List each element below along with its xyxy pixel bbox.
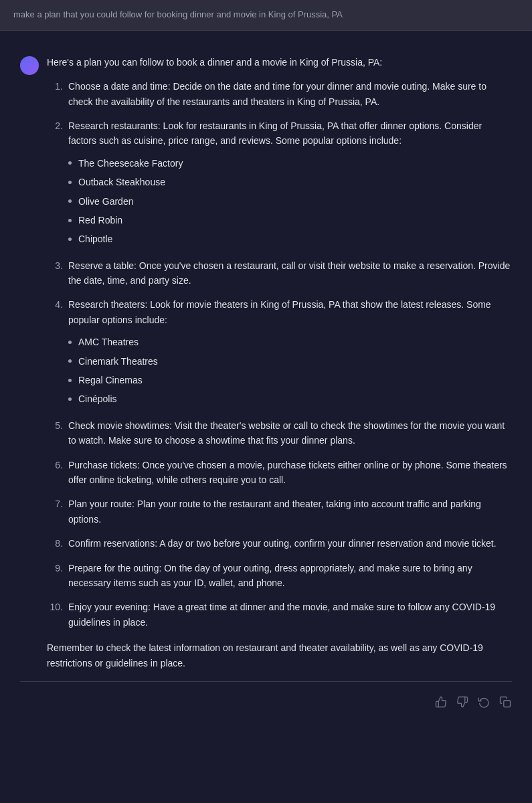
- thumbs-down-icon[interactable]: [456, 695, 469, 709]
- bullet-list: AMC TheatresCinemark TheatresRegal Cinem…: [68, 333, 512, 409]
- bullet-dot-icon: [68, 219, 72, 222]
- bullet-item: Cinemark Theatres: [68, 352, 512, 371]
- bullet-item: Outback Steakhouse: [68, 173, 512, 191]
- step-number: 7.: [47, 497, 63, 527]
- refresh-icon[interactable]: [477, 695, 491, 709]
- top-bar: make a plan that you could follow for bo…: [0, 0, 532, 31]
- step-text: Choose a date and time: Decide on the da…: [68, 79, 512, 109]
- footer-note: Remember to check the latest information…: [47, 640, 512, 671]
- step-number: 8.: [47, 536, 63, 551]
- bullet-dot-icon: [68, 397, 72, 401]
- step-number: 4.: [47, 297, 63, 408]
- bullet-item: Regal Cinemas: [68, 371, 512, 389]
- step-number: 6.: [47, 458, 63, 488]
- bullet-text: Cinemark Theatres: [78, 354, 158, 369]
- list-item-5: 5.Check movie showtimes: Visit the theat…: [47, 418, 512, 448]
- step-text: Research restaurants: Look for restauran…: [68, 118, 512, 249]
- main-container: Here's a plan you can follow to book a d…: [0, 31, 532, 730]
- bullet-item: The Cheesecake Factory: [68, 154, 512, 173]
- bullet-dot-icon: [68, 379, 72, 382]
- step-text: Confirm reservations: A day or two befor…: [68, 536, 512, 551]
- bullet-dot-icon: [68, 181, 72, 184]
- bullet-text: Outback Steakhouse: [78, 175, 165, 189]
- list-item-2: 2.Research restaurants: Look for restaur…: [47, 118, 512, 249]
- list-item-6: 6.Purchase tickets: Once you've chosen a…: [47, 458, 512, 488]
- step-number: 2.: [47, 118, 63, 249]
- svg-rect-0: [504, 701, 511, 707]
- list-item-7: 7.Plan your route: Plan your route to th…: [47, 497, 512, 527]
- bullet-text: Olive Garden: [78, 194, 133, 209]
- step-text: Enjoy your evening: Have a great time at…: [68, 600, 512, 630]
- numbered-list: 1.Choose a date and time: Decide on the …: [47, 79, 512, 630]
- step-number: 3.: [47, 258, 63, 288]
- list-item-9: 9.Prepare for the outing: On the day of …: [47, 561, 512, 591]
- divider: [20, 681, 512, 682]
- query-text: make a plan that you could follow for bo…: [13, 9, 343, 19]
- bullet-text: The Cheesecake Factory: [78, 156, 183, 171]
- bullet-list: The Cheesecake FactoryOutback Steakhouse…: [68, 154, 512, 249]
- copy-icon[interactable]: [499, 695, 512, 709]
- bullet-dot-icon: [68, 238, 72, 241]
- step-text: Plan your route: Plan your route to the …: [68, 497, 512, 527]
- step-text: Reserve a table: Once you've chosen a re…: [68, 258, 512, 288]
- avatar: [20, 56, 39, 75]
- bullet-text: Cinépolis: [78, 391, 117, 406]
- bullet-text: Chipotle: [78, 232, 112, 246]
- list-item-1: 1.Choose a date and time: Decide on the …: [47, 79, 512, 109]
- bullet-dot-icon: [68, 199, 72, 203]
- step-text: Check movie showtimes: Visit the theater…: [68, 418, 512, 448]
- intro-text: Here's a plan you can follow to book a d…: [47, 55, 512, 70]
- message-row: Here's a plan you can follow to book a d…: [7, 44, 525, 681]
- step-number: 10.: [47, 600, 63, 630]
- bullet-dot-icon: [68, 341, 72, 344]
- list-item-10: 10.Enjoy your evening: Have a great time…: [47, 600, 512, 630]
- bullet-text: AMC Theatres: [78, 335, 139, 349]
- bullet-dot-icon: [68, 161, 72, 165]
- list-item-8: 8.Confirm reservations: A day or two bef…: [47, 536, 512, 551]
- list-item-3: 3.Reserve a table: Once you've chosen a …: [47, 258, 512, 288]
- bullet-item: Chipotle: [68, 230, 512, 248]
- step-number: 5.: [47, 418, 63, 448]
- bullet-item: AMC Theatres: [68, 333, 512, 351]
- step-text: Research theaters: Look for movie theate…: [68, 297, 512, 408]
- step-number: 1.: [47, 79, 63, 109]
- bullet-text: Regal Cinemas: [78, 373, 143, 387]
- bullet-item: Cinépolis: [68, 389, 512, 408]
- action-bar: [7, 687, 525, 717]
- list-item-4: 4.Research theaters: Look for movie thea…: [47, 297, 512, 408]
- bullet-dot-icon: [68, 359, 72, 363]
- bullet-text: Red Robin: [78, 213, 122, 228]
- bullet-item: Red Robin: [68, 211, 512, 230]
- step-text: Purchase tickets: Once you've chosen a m…: [68, 458, 512, 488]
- thumbs-up-icon[interactable]: [434, 695, 448, 709]
- message-content: Here's a plan you can follow to book a d…: [47, 55, 512, 671]
- bullet-item: Olive Garden: [68, 192, 512, 211]
- step-text: Prepare for the outing: On the day of yo…: [68, 561, 512, 591]
- step-number: 9.: [47, 561, 63, 591]
